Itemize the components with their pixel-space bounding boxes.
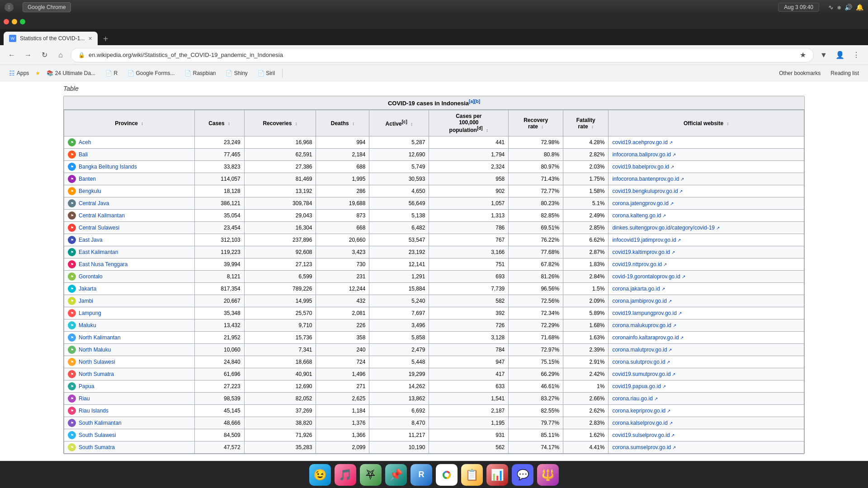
table-footnote-b[interactable]: [b] (474, 99, 480, 104)
dock-chrome[interactable] (436, 464, 458, 486)
dock-codegreen[interactable]: ⛧ (360, 464, 382, 486)
official-website-link[interactable]: corona.malukuprov.go.id (612, 322, 676, 328)
province-link[interactable]: Central Sulawesi (79, 225, 119, 231)
province-link[interactable]: East Java (79, 237, 103, 243)
bookmark-google-forms[interactable]: 📄 Google Forms... (124, 68, 178, 78)
province-link[interactable]: Bengkulu (79, 188, 101, 194)
province-link[interactable]: South Kalimantan (79, 420, 122, 426)
tab-close-button[interactable]: × (88, 35, 92, 42)
province-link[interactable]: Gorontalo (79, 273, 103, 280)
dock-find-my[interactable]: 📌 (385, 464, 407, 486)
province-link[interactable]: Central Kalimantan (79, 212, 125, 219)
official-website-link[interactable]: covid19.papua.go.id (612, 383, 665, 389)
chrome-menu-button[interactable]: ⋮ (850, 49, 863, 61)
url-text[interactable]: en.wikipedia.org/wiki/Statistics_of_the_… (89, 52, 796, 58)
bookmark-shiny[interactable]: 📄 Shiny (222, 68, 251, 78)
home-button[interactable]: ⌂ (54, 49, 67, 61)
province-link[interactable]: North Sulawesi (79, 359, 115, 365)
province-link[interactable]: East Kalimantan (79, 249, 118, 255)
official-website-link[interactable]: covid19.lampungprov.go.id (612, 310, 681, 316)
province-link[interactable]: South Sulawesi (79, 432, 116, 438)
official-website-link[interactable]: covid19.nttprov.go.id (612, 261, 667, 267)
new-tab-button[interactable]: + (99, 33, 112, 45)
official-website-link[interactable]: corona.kalselprov.go.id (612, 420, 672, 426)
bookmark-ultimate-da[interactable]: 📚 24 Ultimate Da... (43, 68, 99, 78)
reading-list[interactable]: Reading list (827, 68, 863, 78)
col-official-website[interactable]: Official website ↕ (609, 110, 804, 136)
official-website-link[interactable]: covid19.bengkuluprov.go.id (612, 188, 683, 194)
province-link[interactable]: Lampung (79, 310, 101, 316)
col-deaths[interactable]: Deaths ↕ (316, 110, 369, 136)
active-tab[interactable]: W Statistics of the COVID-1... × (4, 32, 98, 45)
official-website-link[interactable]: coronainfo.kaltaraprov.go.id (612, 334, 684, 341)
table-footnote-a[interactable]: [a] (469, 99, 474, 104)
province-link[interactable]: Jambi (79, 298, 93, 304)
official-website-link[interactable]: corona.kepriprov.go.id (612, 408, 670, 414)
minimize-window-button[interactable] (12, 19, 17, 24)
province-link[interactable]: Riau (79, 395, 90, 402)
official-website-link[interactable]: covid19.acehprov.go.id (612, 139, 672, 145)
extensions-button[interactable]: ▼ (817, 49, 830, 61)
col-active[interactable]: Active[c] ↕ (369, 110, 429, 136)
dock-launchpad[interactable]: 🔱 (537, 464, 559, 486)
province-link[interactable]: Jakarta (79, 286, 96, 292)
apple-menu[interactable]:  (5, 3, 14, 12)
bookmark-siril[interactable]: 📄 Siril (254, 68, 278, 78)
col-fatality-rate[interactable]: Fatalityrate ↕ (563, 110, 609, 136)
col-recoveries[interactable]: Recoveries ↕ (244, 110, 316, 136)
reload-button[interactable]: ↻ (38, 49, 51, 61)
province-link[interactable]: North Maluku (79, 347, 111, 353)
official-website-link[interactable]: corona.jakarta.go.id (612, 286, 665, 292)
official-website-link[interactable]: covid19.sumutprov.go.id (612, 371, 675, 377)
official-website-link[interactable]: corona.malutprov.go.id (612, 347, 672, 353)
dock-rstudio[interactable]: R (410, 464, 432, 486)
official-website-link[interactable]: corona.jatengprov.go.id (612, 200, 673, 206)
province-link[interactable]: South Sumatra (79, 444, 115, 450)
forward-button[interactable]: → (22, 49, 34, 61)
official-website-link[interactable]: corona.kalteng.go.id (612, 212, 666, 219)
maximize-window-button[interactable] (20, 19, 25, 24)
dock-finder[interactable]: 😉 (309, 464, 331, 486)
province-link[interactable]: Papua (79, 383, 94, 389)
dock-numbers[interactable]: 📊 (486, 464, 508, 486)
official-website-link[interactable]: infocorona.baliprov.go.id (612, 151, 676, 158)
bookmark-apps[interactable]: ☷ Apps (5, 68, 33, 79)
official-website-link[interactable]: covid19.kaltimprov.go.id (612, 249, 675, 255)
profile-button[interactable]: 👤 (834, 49, 846, 61)
official-website-link[interactable]: infocorona.bantenprov.go.id (612, 176, 684, 182)
dock-notes[interactable]: 📋 (461, 464, 483, 486)
province-link[interactable]: Aceh (79, 139, 91, 145)
official-website-link[interactable]: covid19.babelprov.go.id (612, 164, 674, 170)
official-website-link[interactable]: infocovid19.jatimprov.go.id (612, 237, 681, 243)
official-website-link[interactable]: covid-19.gorontaloprov.go.id (612, 273, 685, 280)
official-website-link[interactable]: covid19.sulselprov.go.id (612, 432, 675, 438)
province-link[interactable]: Banten (79, 176, 96, 182)
official-website-link[interactable]: corona.riau.go.id (612, 395, 657, 402)
province-link[interactable]: Central Java (79, 200, 109, 206)
url-bar[interactable]: 🔒 en.wikipedia.org/wiki/Statistics_of_th… (71, 48, 814, 62)
other-bookmarks[interactable]: Other bookmarks (775, 68, 824, 78)
col-cases[interactable]: Cases ↕ (194, 110, 244, 136)
bookmark-r[interactable]: 📄 R (102, 68, 121, 78)
back-button[interactable]: ← (5, 49, 18, 61)
bookmark-raspbian[interactable]: 📄 Raspbian (181, 68, 219, 78)
province-link[interactable]: Bangka Belitung Islands (79, 164, 137, 170)
official-website-link[interactable]: corona.sumselprov.go.id (612, 444, 676, 450)
official-website-link[interactable]: corona.jambiprov.go.id (612, 298, 671, 304)
province-link[interactable]: North Sumatra (79, 371, 114, 377)
chrome-menu-item[interactable]: Google Chrome (23, 2, 71, 12)
province-link[interactable]: North Kalimantan (79, 334, 121, 341)
col-recovery-rate[interactable]: Recoveryrate ↕ (509, 110, 563, 136)
official-website-link[interactable]: corona.sulutprov.go.id (612, 359, 670, 365)
province-link[interactable]: Riau Islands (79, 408, 108, 414)
province-link[interactable]: Bali (79, 151, 88, 158)
bookmark-star-icon[interactable]: ★ (800, 51, 806, 59)
dock-music[interactable]: 🎵 (335, 464, 356, 486)
dock-discord[interactable]: 💬 (512, 464, 533, 486)
province-link[interactable]: East Nusa Tenggara (79, 261, 128, 267)
close-window-button[interactable] (4, 19, 9, 24)
province-link[interactable]: Maluku (79, 322, 96, 328)
window-controls[interactable] (4, 19, 25, 24)
official-website-link[interactable]: dinkes.sultengprov.go.id/category/covid-… (612, 225, 719, 231)
col-province[interactable]: Province ↕ (64, 110, 195, 136)
